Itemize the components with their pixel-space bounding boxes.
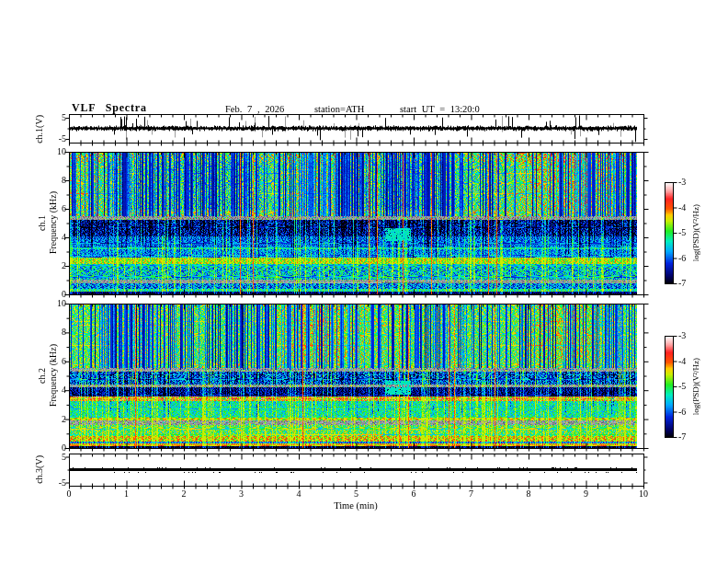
- x-tick-label: 8: [518, 488, 540, 499]
- x-axis-title: Time (min): [310, 500, 402, 511]
- colorbar-tick-label: -4: [678, 202, 697, 213]
- x-tick-label: 9: [575, 488, 597, 499]
- x-tick-label: 5: [346, 488, 368, 499]
- y-tick-label: 8: [46, 175, 66, 185]
- y-tick-label: 8: [46, 327, 66, 337]
- colorbar-tick-label: -4: [678, 356, 697, 366]
- x-tick-label: 10: [632, 488, 654, 499]
- x-tick-label: 4: [288, 488, 310, 499]
- x-tick-label: 3: [231, 488, 253, 499]
- y-tick-label: 6: [46, 203, 66, 213]
- spec1-frequency-axis-label: Frequency (kHz): [47, 152, 58, 294]
- plot-canvas: [0, 0, 728, 563]
- figure-date: Feb. 7 , 2026: [225, 104, 284, 114]
- start-ut-label: start UT = 13:20:0: [400, 104, 480, 114]
- ch1-voltage-axis-label: ch.1(V): [33, 100, 44, 157]
- y-tick-label: 6: [46, 356, 66, 366]
- y-tick-label: 5: [46, 112, 66, 122]
- spec2-frequency-axis-label: Frequency (kHz): [47, 304, 58, 448]
- y-tick-label: 4: [46, 232, 66, 242]
- figure-title: VLF Spectra: [72, 101, 147, 115]
- vlf-spectra-figure: VLF Spectra Feb. 7 , 2026 station=ATH st…: [0, 0, 728, 563]
- colorbar-tick-label: -7: [678, 431, 697, 442]
- colorbar-tick-label: -7: [678, 278, 697, 288]
- colorbar-tick-label: -6: [678, 407, 697, 417]
- y-tick-label: 4: [46, 385, 66, 395]
- x-tick-label: 6: [403, 488, 425, 499]
- y-tick-label: 10: [46, 298, 66, 308]
- y-tick-label: -5: [46, 477, 66, 488]
- colorbar-tick-label: -5: [678, 381, 697, 391]
- x-tick-label: 7: [461, 488, 483, 499]
- colorbar-tick-label: -6: [678, 253, 697, 263]
- y-tick-label: 2: [46, 414, 66, 424]
- y-tick-label: 10: [46, 146, 66, 156]
- y-tick-label: 2: [46, 260, 66, 270]
- colorbar-tick-label: -3: [678, 330, 697, 340]
- colorbar-tick-label: -3: [678, 177, 697, 187]
- station-label: station=ATH: [314, 104, 364, 114]
- y-tick-label: -5: [46, 133, 66, 144]
- x-tick-label: 2: [173, 488, 195, 499]
- spec1-channel-label: ch.1: [36, 152, 47, 294]
- x-tick-label: 0: [58, 488, 80, 499]
- y-tick-label: 5: [46, 452, 66, 462]
- x-tick-label: 1: [116, 488, 138, 499]
- ch3-voltage-axis-label: ch.3(V): [33, 441, 44, 498]
- colorbar-tick-label: -5: [678, 227, 697, 237]
- spec2-channel-label: ch.2: [36, 304, 47, 448]
